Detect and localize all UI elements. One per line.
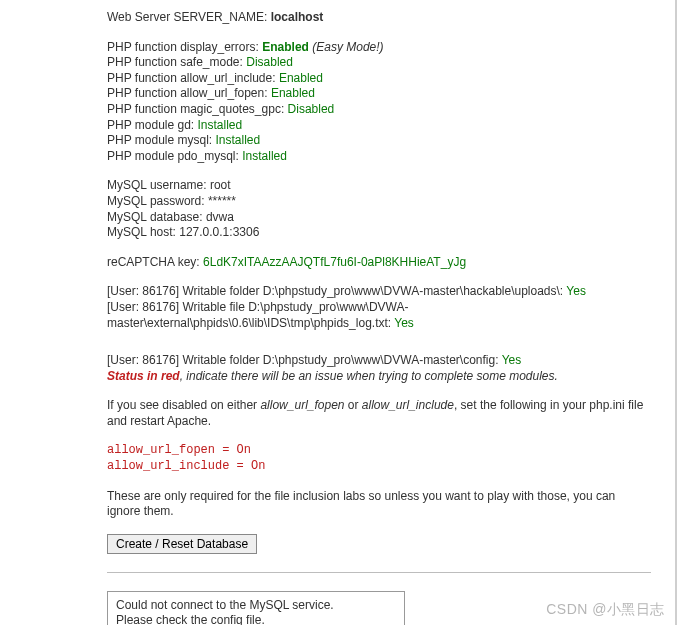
mysql-line: MySQL host: 127.0.0.1:3306 [107,225,651,241]
mysql-line: MySQL database: dvwa [107,210,651,226]
scrollbar-track [675,0,677,625]
php-fn-label: PHP function allow_url_fopen: [107,86,268,100]
writable-line: [User: 86176] Writable folder D:\phpstud… [107,284,651,300]
php-fn-status: Installed [198,118,243,132]
setup-check-content: Web Server SERVER_NAME: localhost PHP fu… [107,10,651,625]
writable-prefix: [User: 86176] Writable file D:\phpstudy_… [107,300,408,330]
server-name-label: Web Server SERVER_NAME: [107,10,267,24]
writable-line: [User: 86176] Writable file D:\phpstudy_… [107,300,651,331]
status-note-line: Status in red, indicate there will be an… [107,369,651,385]
watermark: CSDN @小黑日志 [546,601,665,619]
writable-line: [User: 86176] Writable folder D:\phpstud… [107,353,651,369]
php-fn-status: Installed [216,133,261,147]
writable-block: [User: 86176] Writable folder D:\phpstud… [107,284,651,331]
code-line: allow_url_fopen = On [107,443,651,459]
php-fn-status: Disabled [288,102,335,116]
divider [107,572,651,573]
note-text: or [345,398,362,412]
mysql-error-box: Could not connect to the MySQL service. … [107,591,405,625]
mysql-error-text: Could not connect to the MySQL service. … [116,598,334,625]
recaptcha-line: reCAPTCHA key: 6LdK7xITAAzzAAJQTfL7fu6I-… [107,255,651,271]
php-fn-label: PHP module gd: [107,118,194,132]
server-name-value: localhost [271,10,324,24]
note-em: allow_url_fopen [260,398,344,412]
disabled-note: If you see disabled on either allow_url_… [107,398,651,429]
code-line: allow_url_include = On [107,459,651,475]
mysql-line: MySQL username: root [107,178,651,194]
php-fn-note: (Easy Mode!) [312,40,383,54]
create-reset-database-button[interactable]: Create / Reset Database [107,534,257,554]
button-row: Create / Reset Database [107,534,651,554]
writable-yes: Yes [502,353,522,367]
php-fn-status: Installed [242,149,287,163]
writable-prefix: [User: 86176] Writable folder D:\phpstud… [107,353,499,367]
mysql-line: MySQL password: ****** [107,194,651,210]
php-fn-status: Disabled [246,55,293,69]
php-fn-label: PHP function allow_url_include: [107,71,276,85]
server-name-line: Web Server SERVER_NAME: localhost [107,10,651,26]
only-required-note: These are only required for the file inc… [107,489,651,520]
php-fn-label: PHP function magic_quotes_gpc: [107,102,284,116]
php-fn-label: PHP module mysql: [107,133,212,147]
php-ini-code: allow_url_fopen = On allow_url_include =… [107,443,651,474]
writable-prefix: [User: 86176] Writable folder D:\phpstud… [107,284,563,298]
php-fn-label: PHP module pdo_mysql: [107,149,239,163]
php-fn-status: Enabled [279,71,323,85]
php-fn-label: PHP function safe_mode: [107,55,243,69]
status-rest: , indicate there will be an issue when t… [180,369,558,383]
php-functions-block: PHP function display_errors: Enabled (Ea… [107,40,651,165]
php-fn-status: Enabled [271,86,315,100]
php-fn-status: Enabled [262,40,309,54]
status-red: Status in red [107,369,180,383]
recaptcha-label: reCAPTCHA key: [107,255,200,269]
note-text: If you see disabled on either [107,398,260,412]
writable-yes: Yes [394,316,414,330]
php-fn-label: PHP function display_errors: [107,40,259,54]
writable-config-block: [User: 86176] Writable folder D:\phpstud… [107,353,651,384]
recaptcha-value: 6LdK7xITAAzzAAJQTfL7fu6I-0aPl8KHHieAT_yJ… [203,255,466,269]
writable-yes: Yes [566,284,586,298]
mysql-info-block: MySQL username: root MySQL password: ***… [107,178,651,240]
note-em: allow_url_include [362,398,454,412]
